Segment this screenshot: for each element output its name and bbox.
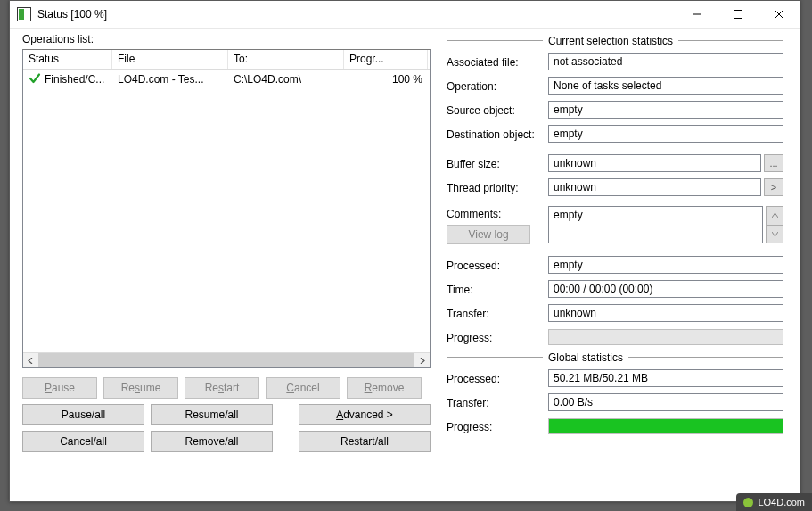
comments-scroll-down[interactable] [766,226,783,244]
label-global-transfer: Transfer: [447,395,548,409]
watermark-text: LO4D.com [758,497,805,507]
operations-list-body[interactable]: Finished/C... LO4D.com - Tes... C:\LO4D.… [23,70,430,352]
right-pane: Current selection statistics Associated … [447,33,783,440]
group-header-global: Global statistics [447,351,783,364]
scroll-left-button[interactable] [23,353,38,367]
value-associated-file: not associated [548,53,783,70]
view-log-button[interactable]: View log [447,225,530,244]
scroll-right-button[interactable] [414,353,430,367]
label-buffer-size: Buffer size: [447,156,548,170]
value-processed: empty [548,256,783,274]
label-operation: Operation: [447,78,548,93]
content-area: Operations list: Status File To: Progr..… [10,29,800,501]
horizontal-scrollbar[interactable] [23,352,430,367]
window-title: Status [100 %] [37,8,107,21]
operations-list-header[interactable]: Status File To: Progr... [23,50,430,70]
label-progress: Progress: [447,330,548,344]
row-progress: 100 % [344,73,428,86]
value-transfer: unknown [548,304,783,322]
left-pane: Operations list: Status File To: Progr..… [22,33,431,457]
thread-priority-button[interactable]: > [764,178,783,196]
label-associated-file: Associated file: [447,54,548,69]
value-thread-priority: unknown [548,178,761,196]
value-buffer-size: unknown [548,154,761,172]
cancel-all-button[interactable]: Cancel/all [22,431,144,452]
label-comments: Comments: [447,206,548,220]
maximize-button[interactable] [718,1,759,28]
value-global-transfer: 0.00 B/s [548,393,783,411]
value-global-processed: 50.21 MB/50.21 MB [548,369,783,387]
table-row[interactable]: Finished/C... LO4D.com - Tes... C:\LO4D.… [23,70,430,89]
restart-button[interactable]: Restart [185,377,259,399]
value-operation: None of tasks selected [548,77,783,95]
label-global-processed: Processed: [447,371,548,385]
window-frame: Status [100 %] Operations list: Status F… [9,0,800,502]
remove-all-button[interactable]: Remove/all [151,431,273,452]
label-thread-priority: Thread priority: [447,180,548,194]
label-destination-object: Destination object: [447,127,548,141]
close-button[interactable] [759,1,800,28]
row-file: LO4D.com - Tes... [112,73,228,86]
progress-bar-global [548,418,783,434]
restart-all-button[interactable]: Restart/all [299,431,431,452]
scrollbar-track[interactable] [38,353,414,367]
pause-button[interactable]: Pause [22,377,97,399]
row-status-text: Finished/C... [45,73,104,86]
watermark: LO4D.com [736,493,812,511]
value-time: 00:00 / 00:00 (00:00) [548,280,783,298]
resume-all-button[interactable]: Resume/all [151,404,273,425]
label-transfer: Transfer: [447,306,548,320]
row-status: Finished/C... [23,72,112,87]
value-destination-object: empty [548,125,783,143]
resume-button[interactable]: Resume [103,377,178,399]
label-source-object: Source object: [447,103,548,117]
svg-rect-0 [734,11,742,19]
comments-scroll[interactable] [766,206,783,243]
advanced-button[interactable]: Advanced > [299,404,431,425]
watermark-icon [743,498,753,507]
column-header-progress[interactable]: Progr... [344,50,428,69]
group-header-current: Current selection statistics [447,35,783,47]
value-source-object: empty [548,101,783,119]
app-icon [17,7,31,21]
value-comments: empty [548,206,763,243]
button-panel: Pause Resume Restart Cancel Remove Pause… [22,377,431,452]
operations-list-label: Operations list: [22,33,431,45]
scrollbar-thumb[interactable] [38,353,414,367]
column-header-status[interactable]: Status [23,50,112,69]
pause-all-button[interactable]: Pause/all [22,404,144,425]
progress-bar-current [548,329,783,345]
row-to: C:\LO4D.com\ [228,73,344,86]
comments-scroll-up[interactable] [766,206,783,226]
progress-fill-global [549,419,783,433]
column-header-file[interactable]: File [112,50,228,69]
titlebar[interactable]: Status [100 %] [10,1,800,29]
operations-list[interactable]: Status File To: Progr... Finished/C... L… [22,49,431,368]
cancel-button[interactable]: Cancel [266,377,340,399]
group-title-current: Current selection statistics [543,35,678,47]
buffer-size-browse-button[interactable]: ... [764,154,783,172]
check-icon [29,72,41,87]
minimize-button[interactable] [677,1,718,28]
column-header-to[interactable]: To: [228,50,344,69]
label-time: Time: [447,282,548,296]
group-title-global: Global statistics [543,351,628,364]
label-global-progress: Progress: [447,419,548,433]
remove-button[interactable]: Remove [347,377,422,399]
label-processed: Processed: [447,258,548,272]
window-controls [677,1,800,28]
